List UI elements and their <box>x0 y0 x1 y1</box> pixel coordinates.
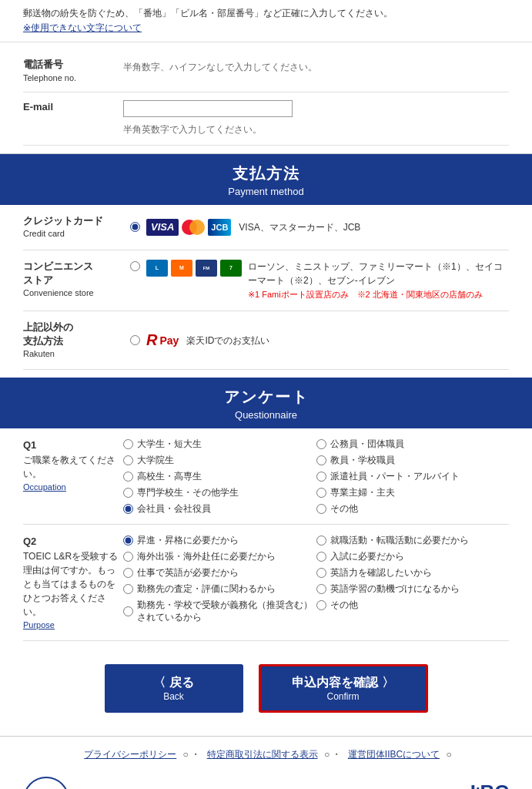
q1-link[interactable]: Occupation <box>23 482 66 492</box>
email-label: E-mail <box>23 100 123 114</box>
convenience-label: コンビニエンスストア Convenience store <box>23 260 123 300</box>
q1-opt-employee[interactable]: 会社員・会社役員 <box>123 502 316 515</box>
email-content: 半角英数字で入力してください。 <box>123 100 509 137</box>
mastercard-logo <box>182 220 205 235</box>
q2-opt-evaluation[interactable]: 勤務先の査定・評価に関わるから <box>123 583 316 596</box>
q2-opt-other[interactable]: その他 <box>316 599 510 612</box>
q1-opt-grad[interactable]: 大学院生 <box>123 454 316 467</box>
payment-section-header: 支払方法 Payment method <box>0 154 532 205</box>
lawson-logo: L <box>146 260 168 277</box>
telephone-row: 電話番号 Telephone no. 半角数字、ハイフンなしで入力してください。 <box>23 50 509 92</box>
email-input[interactable] <box>123 100 293 117</box>
q1-options: 大学生・短大生 大学院生 高校生・高専生 専門学校生・その他学生 会社員・会社役… <box>123 438 509 515</box>
privacy-policy-link[interactable]: プライバシーポリシー <box>84 749 176 760</box>
q1-opt-parttime[interactable]: 派遣社員・パート・アルバイト <box>316 470 510 483</box>
convenience-note: ※1 Famiポート設置店のみ ※2 北海道・関東地区の店舗のみ <box>248 290 483 299</box>
telephone-content: 半角数字、ハイフンなしで入力してください。 <box>123 58 509 75</box>
top-note-text: 郵送物の紛失を防ぐため、「番地」「ビル名・部屋番号」など正確に入力してください。 <box>23 8 393 18</box>
credit-card-logos: VISA JCB <box>146 219 231 236</box>
q2-row: Q2 TOEIC L&Rを受験する理由は何ですか。もっとも当てはまるものをひとつ… <box>23 525 509 641</box>
q2-label: Q2 TOEIC L&Rを受験する理由は何ですか。もっとも当てはまるものをひとつ… <box>23 534 123 631</box>
q2-opt-entrance[interactable]: 入試に必要だから <box>316 550 510 563</box>
convenience-desc: ローソン、ミニストップ、ファミリーマート（※1）、セイコーマート（※2）、セブン… <box>248 260 509 301</box>
q2-opt-work-eng[interactable]: 仕事で英語が必要だから <box>123 566 316 579</box>
confirm-button[interactable]: 申込内容を確認 〉 Confirm <box>259 664 428 713</box>
rakuten-pay-logo: R Pay <box>146 331 179 349</box>
q2-col-right: 就職活動・転職活動に必要だから 入試に必要だから 英語力を確認したいから 英語学… <box>316 534 510 624</box>
footer-links: プライバシーポリシー ○ ・ 特定商取引法に関する表示 ○ ・ 運営団体IIBC… <box>0 736 532 773</box>
q1-opt-univ[interactable]: 大学生・短大生 <box>123 438 316 451</box>
rakuten-radio[interactable] <box>123 335 146 345</box>
form-section: 電話番号 Telephone no. 半角数字、ハイフンなしで入力してください。… <box>0 42 532 154</box>
q2-options: 昇進・昇格に必要だから 海外出張・海外赴任に必要だから 仕事で英語が必要だから … <box>123 534 509 624</box>
familymart-logo: FM <box>196 260 217 277</box>
trade-law-link[interactable]: 特定商取引法に関する表示 <box>207 749 318 760</box>
q1-row: Q1 ご職業を教えてください。 Occupation 大学生・短大生 大学院生 … <box>23 428 509 525</box>
seven-logo: 7 <box>220 260 242 277</box>
q1-opt-vocational[interactable]: 専門学校生・その他学生 <box>123 486 316 499</box>
q1-col-right: 公務員・団体職員 教員・学校職員 派遣社員・パート・アルバイト 専業主婦・主夫 … <box>316 438 510 515</box>
questionnaire-section-header: アンケート Questionnaire <box>0 378 532 428</box>
iibc-logo: IiBC <box>212 781 509 789</box>
credit-card-radio[interactable] <box>123 222 146 232</box>
q2-opt-check[interactable]: 英語力を確認したいから <box>316 566 510 579</box>
ministop-logo: M <box>171 260 192 277</box>
credit-card-label: クレジットカード Credit card <box>23 214 123 240</box>
back-button[interactable]: 〈 戻る Back <box>105 664 243 713</box>
convenience-store-row: コンビニエンスストア Convenience store L M FM 7 ロー… <box>23 250 509 311</box>
q2-link[interactable]: Purpose <box>23 620 55 630</box>
footer-logos: プライバシーマーク IiBC 当サイトは（一社）国際ビジネスコミュニケーション協… <box>0 773 532 789</box>
payment-section: クレジットカード Credit card VISA JCB VISA、マスターカ… <box>0 205 532 370</box>
q1-col-left: 大学生・短大生 大学院生 高校生・高専生 専門学校生・その他学生 会社員・会社役… <box>123 438 316 515</box>
q1-opt-highschool[interactable]: 高校生・高専生 <box>123 470 316 483</box>
q2-opt-mandatory[interactable]: 勤務先・学校で受験が義務化（推奨含む）されているから <box>123 599 316 625</box>
top-note: 郵送物の紛失を防ぐため、「番地」「ビル名・部屋番号」など正確に入力してください。… <box>0 0 532 42</box>
q1-opt-govt[interactable]: 公務員・団体職員 <box>316 438 510 451</box>
email-row: E-mail 半角英数字で入力してください。 <box>23 92 509 146</box>
action-buttons: 〈 戻る Back 申込内容を確認 〉 Confirm <box>0 649 532 736</box>
q1-label: Q1 ご職業を教えてください。 Occupation <box>23 438 123 493</box>
credit-card-desc: VISA、マスターカード、JCB <box>239 220 509 234</box>
q1-opt-other[interactable]: その他 <box>316 502 510 515</box>
rakuten-desc: 楽天IDでのお支払い <box>186 334 509 347</box>
questionnaire-section: Q1 ご職業を教えてください。 Occupation 大学生・短大生 大学院生 … <box>0 428 532 649</box>
rakuten-row: 上記以外の支払方法 Rakuten R Pay 楽天IDでのお支払い <box>23 311 509 371</box>
q2-opt-job-hunt[interactable]: 就職活動・転職活動に必要だから <box>316 534 510 547</box>
q2-col-left: 昇進・昇格に必要だから 海外出張・海外赴任に必要だから 仕事で英語が必要だから … <box>123 534 316 624</box>
telephone-label: 電話番号 Telephone no. <box>23 58 123 84</box>
about-iibc-link[interactable]: 運営団体IIBCについて <box>348 749 440 760</box>
invalid-chars-link[interactable]: ※使用できない文字について <box>23 22 142 33</box>
convenience-radio[interactable] <box>123 260 146 271</box>
q1-opt-housewife[interactable]: 専業主婦・主夫 <box>316 486 510 499</box>
q2-opt-motivation[interactable]: 英語学習の動機づけになるから <box>316 583 510 596</box>
credit-card-row: クレジットカード Credit card VISA JCB VISA、マスターカ… <box>23 205 509 250</box>
rakuten-label: 上記以外の支払方法 Rakuten <box>23 321 123 361</box>
jcb-logo: JCB <box>208 219 231 236</box>
q2-opt-overseas[interactable]: 海外出張・海外赴任に必要だから <box>123 550 316 563</box>
q1-opt-teacher[interactable]: 教員・学校職員 <box>316 454 510 467</box>
iibc-section: IiBC 当サイトは（一社）国際ビジネスコミュニケーション協会が運営しています。 <box>212 781 509 789</box>
q2-opt-promotion[interactable]: 昇進・昇格に必要だから <box>123 534 316 547</box>
visa-logo: VISA <box>146 219 179 236</box>
convenience-logos: L M FM 7 <box>146 260 242 277</box>
privacy-seal: プライバシーマーク <box>23 777 69 789</box>
